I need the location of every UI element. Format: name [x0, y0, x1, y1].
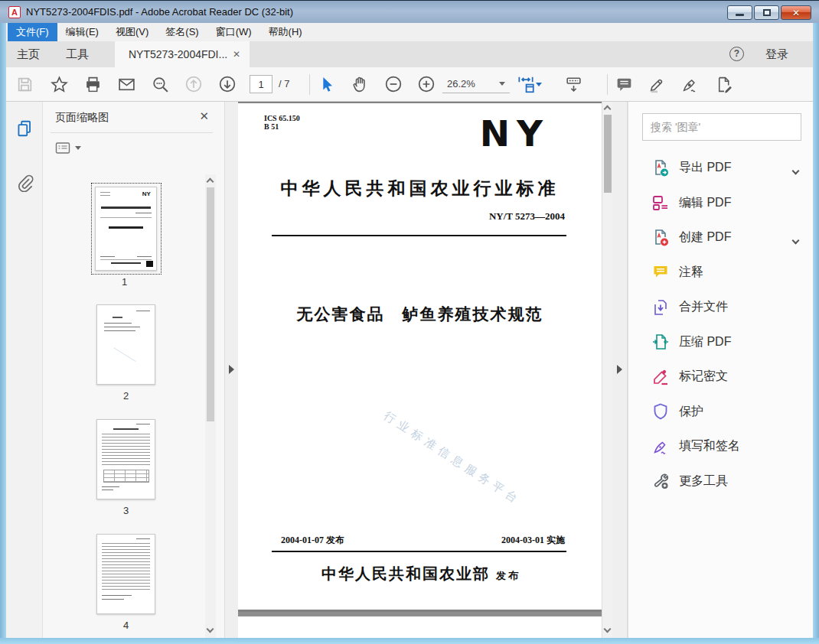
search-button[interactable] — [147, 71, 173, 97]
minimize-button[interactable] — [727, 5, 752, 20]
publisher-row: 中华人民共和国农业部发 布 — [238, 564, 602, 584]
highlight-button[interactable] — [644, 71, 670, 97]
tool-label: 创建 PDF — [679, 229, 731, 246]
email-icon — [117, 75, 136, 94]
menu-item-4[interactable]: 窗口(W) — [207, 23, 260, 41]
fit-width-button[interactable] — [516, 71, 554, 97]
chevron-down-icon[interactable] — [793, 163, 798, 177]
scroll-mode-button[interactable] — [560, 71, 586, 97]
thumbnail-text-block — [102, 543, 150, 592]
zoom-in-button[interactable] — [413, 71, 439, 97]
page-number-input[interactable] — [250, 75, 272, 93]
fill-sign-tool-icon — [651, 437, 670, 456]
zoom-level-select[interactable]: 26.2% — [442, 75, 510, 93]
attachments-panel-button[interactable] — [15, 172, 34, 192]
comment-button[interactable] — [611, 71, 637, 97]
scroll-up-icon[interactable] — [207, 178, 214, 186]
pdf-page-1[interactable]: ICS 65.150 B 51 NY 中华人民共和国农业行业标准 NY/T 52… — [238, 103, 602, 610]
hand-tool-button[interactable] — [347, 71, 373, 97]
help-icon[interactable]: ? — [729, 47, 744, 61]
fill-sign-button[interactable] — [677, 71, 703, 97]
close-button[interactable]: ✕ — [781, 5, 811, 20]
zoom-out-button[interactable] — [380, 71, 406, 97]
thumbnail-page-4[interactable] — [96, 534, 155, 614]
tool-item-protect[interactable]: 保护 — [628, 395, 814, 430]
title-bar[interactable]: A NYT5273-2004FDIS.pdf - Adobe Acrobat R… — [0, 0, 819, 23]
options-list-icon — [55, 141, 70, 154]
zoom-in-icon — [416, 74, 436, 94]
select-tool-button[interactable] — [313, 71, 339, 97]
login-button[interactable]: 登录 — [765, 41, 788, 67]
search-input[interactable] — [642, 113, 801, 141]
thumbnail-page-1[interactable]: NY — [95, 187, 157, 271]
menu-item-5[interactable]: 帮助(H) — [260, 23, 311, 41]
menu-item-2[interactable]: 视图(V) — [107, 23, 157, 41]
panel-title: 页面缩略图 — [55, 111, 109, 125]
window-border — [813, 23, 819, 638]
scroll-down-icon[interactable] — [207, 626, 214, 633]
thumbnail-line — [109, 226, 142, 229]
toolbar-separator — [309, 74, 310, 95]
page-thumbnails-panel-button[interactable] — [15, 119, 34, 138]
tab-tools[interactable]: 工具 — [66, 41, 89, 67]
scroll-down-icon[interactable] — [604, 626, 612, 633]
tool-item-fill-sign-tool[interactable]: 填写和签名 — [628, 429, 814, 464]
tool-label: 标记密文 — [679, 369, 728, 385]
thumbnail-options-button[interactable] — [55, 141, 81, 154]
thumbnail-line — [104, 323, 132, 324]
window-border — [0, 638, 819, 644]
collapse-left-panel-icon[interactable] — [229, 365, 234, 374]
panel-close-icon[interactable]: ✕ — [199, 109, 209, 123]
tool-item-create-pdf[interactable]: 创建 PDF — [628, 220, 814, 255]
chevron-down-icon — [499, 82, 505, 86]
scroll-up-icon[interactable] — [604, 106, 612, 113]
scrollbar-thumb[interactable] — [604, 115, 612, 193]
menu-item-3[interactable]: 签名(S) — [157, 23, 207, 41]
thumbnail-page-2[interactable] — [96, 304, 155, 385]
print-button[interactable] — [80, 71, 106, 97]
tab-close-icon[interactable]: ✕ — [233, 49, 240, 60]
maximize-button[interactable] — [754, 5, 779, 20]
tool-item-export-pdf[interactable]: 导出 PDF — [628, 151, 814, 186]
search-icon — [151, 75, 170, 94]
thumbnail-line — [135, 213, 152, 213]
tab-home[interactable]: 主页 — [17, 41, 40, 67]
tool-item-comment-tool[interactable]: 注释 — [628, 255, 814, 291]
minimize-icon — [736, 14, 744, 16]
standard-number: NY/T 5273—2004 — [489, 210, 565, 223]
highlight-icon — [648, 75, 667, 94]
fill-sign-icon — [680, 75, 700, 94]
tab-document[interactable]: NYT5273-2004FDI... ✕ — [115, 41, 250, 67]
tool-item-edit-pdf[interactable]: 编辑 PDF — [628, 186, 814, 221]
tool-item-redact[interactable]: 标记密文 — [628, 359, 814, 395]
thumbnails-scrollbar[interactable] — [205, 174, 216, 638]
scrollbar-thumb[interactable] — [207, 187, 214, 421]
page-down-button[interactable] — [214, 71, 240, 97]
document-scrollbar[interactable] — [602, 102, 612, 638]
thumbnail-label: 4 — [96, 620, 155, 631]
left-panel-splitter[interactable] — [224, 102, 238, 638]
expand-right-panel-icon[interactable] — [617, 365, 622, 374]
page-down-icon — [217, 74, 237, 94]
save-button[interactable] — [11, 71, 38, 97]
combine-files-icon — [651, 298, 670, 317]
star-button[interactable] — [46, 71, 72, 97]
menu-item-1[interactable]: 编辑(E) — [57, 23, 107, 41]
main-toolbar: / 7 26.2% — [6, 67, 813, 102]
convert-button[interactable] — [711, 71, 737, 97]
tool-item-more-tools[interactable]: 更多工具 — [628, 464, 814, 499]
tool-item-compress-pdf[interactable]: 压缩 PDF — [628, 325, 814, 360]
thumbnail-page-3[interactable] — [96, 419, 155, 499]
thumbnail-line — [104, 327, 140, 327]
chevron-down-icon[interactable] — [793, 233, 798, 246]
right-panel-splitter[interactable] — [612, 102, 628, 638]
page-up-button[interactable] — [181, 71, 207, 97]
tool-label: 保护 — [679, 404, 703, 420]
tool-label: 编辑 PDF — [679, 195, 731, 211]
menu-item-0[interactable]: 文件(F) — [8, 23, 57, 41]
tool-label: 填写和签名 — [679, 438, 740, 454]
email-button[interactable] — [113, 71, 139, 97]
more-tools-icon — [651, 472, 670, 490]
thumbnails-panel: 页面缩略图 ✕ NY — [43, 102, 224, 638]
tool-item-combine-files[interactable]: 合并文件 — [628, 290, 814, 325]
